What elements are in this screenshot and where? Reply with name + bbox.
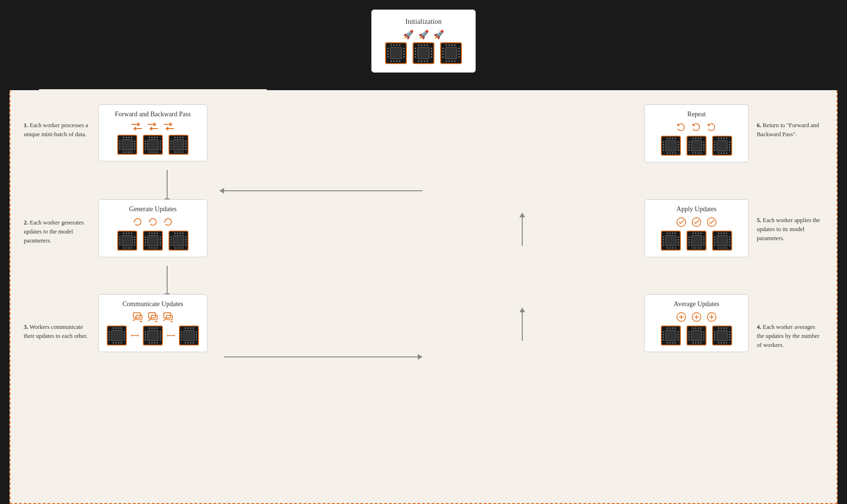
svg-point-125	[119, 236, 121, 238]
svg-point-372	[678, 141, 679, 143]
svg-point-339	[697, 233, 699, 234]
svg-point-282	[697, 327, 699, 329]
svg-point-295	[729, 334, 730, 336]
svg-point-293	[714, 339, 715, 341]
svg-point-113	[177, 137, 179, 138]
svg-rect-367	[666, 140, 676, 151]
annotation-2: 2. Each worker generates updates to the …	[24, 218, 90, 245]
connect-arrow-1	[131, 333, 139, 338]
svg-marker-61	[519, 308, 525, 312]
svg-point-131	[134, 242, 135, 243]
svg-point-127	[119, 242, 121, 243]
svg-point-136	[131, 233, 132, 234]
svg-point-297	[729, 339, 730, 341]
svg-point-130	[134, 239, 135, 241]
initialization-box: Initialization 🚀 🚀 🚀	[371, 9, 476, 73]
chip-rep-3	[712, 135, 733, 156]
svg-point-371	[663, 149, 664, 151]
svg-point-25	[431, 51, 433, 52]
generate-icons	[106, 217, 199, 227]
svg-point-88	[145, 146, 146, 147]
svg-point-395	[695, 138, 696, 139]
svg-point-332	[688, 244, 690, 246]
svg-point-338	[695, 233, 696, 234]
exchange-icon-3	[163, 122, 175, 131]
svg-point-227	[181, 331, 182, 333]
svg-point-287	[700, 342, 702, 344]
repeat-title: Repeat	[652, 111, 741, 118]
svg-point-187	[109, 336, 110, 338]
svg-point-4	[387, 54, 389, 55]
svg-point-114	[179, 137, 181, 138]
svg-point-377	[669, 138, 671, 139]
svg-point-352	[729, 239, 730, 241]
svg-point-41	[442, 56, 444, 58]
svg-point-258	[678, 331, 679, 333]
svg-point-382	[672, 152, 673, 154]
svg-point-411	[729, 149, 730, 151]
svg-point-391	[703, 144, 705, 146]
svg-point-77	[126, 137, 127, 138]
chip-svg-2	[412, 42, 435, 65]
svg-point-235	[185, 327, 186, 329]
svg-point-414	[723, 138, 725, 139]
svg-rect-403	[717, 140, 727, 151]
svg-point-257	[663, 339, 664, 341]
svg-point-381	[669, 152, 671, 154]
chip-avg-2	[686, 325, 707, 346]
svg-point-214	[149, 327, 150, 329]
svg-point-211	[160, 334, 161, 336]
svg-point-13	[399, 45, 401, 46]
svg-point-28	[418, 45, 420, 46]
svg-point-133	[123, 233, 124, 234]
svg-point-268	[672, 342, 673, 344]
plus-circle-icon-1	[676, 312, 687, 322]
svg-point-39	[442, 51, 444, 52]
svg-point-375	[678, 149, 679, 151]
svg-point-21	[415, 51, 416, 52]
svg-point-46	[446, 45, 447, 46]
svg-point-341	[692, 247, 694, 249]
svg-marker-59	[418, 354, 423, 360]
svg-point-319	[667, 233, 668, 234]
svg-point-417	[721, 152, 722, 154]
svg-point-86	[145, 140, 146, 142]
svg-point-112	[174, 137, 176, 138]
svg-point-70	[119, 146, 121, 147]
svg-point-200	[121, 342, 122, 344]
svg-point-191	[123, 336, 125, 338]
svg-rect-103	[173, 140, 184, 150]
svg-point-138	[126, 247, 127, 249]
svg-point-12	[396, 45, 398, 46]
chip-comm-2	[142, 325, 163, 346]
svg-point-302	[718, 342, 719, 344]
svg-point-231	[196, 331, 197, 333]
chat-icon-3	[163, 312, 173, 322]
svg-point-267	[669, 342, 671, 344]
svg-point-147	[160, 236, 161, 238]
svg-point-91	[160, 143, 161, 145]
svg-point-158	[157, 247, 158, 249]
svg-rect-180	[151, 315, 157, 319]
svg-point-274	[688, 336, 690, 338]
undo-icon-1	[676, 122, 687, 132]
svg-point-154	[157, 233, 158, 234]
svg-point-343	[697, 247, 699, 249]
svg-point-234	[196, 339, 197, 341]
svg-point-119	[182, 151, 184, 153]
svg-marker-121	[150, 224, 151, 225]
svg-point-374	[678, 147, 679, 148]
svg-marker-63	[519, 213, 525, 217]
refresh-icon-3	[163, 217, 173, 227]
generate-updates-box: Generate Updates	[98, 199, 207, 257]
svg-point-301	[726, 327, 727, 329]
svg-point-23	[415, 56, 416, 58]
svg-rect-160	[173, 235, 184, 246]
svg-point-240	[188, 342, 189, 344]
svg-point-323	[667, 247, 668, 249]
svg-point-355	[718, 233, 719, 234]
svg-point-174	[177, 247, 179, 249]
generate-updates-title: Generate Updates	[106, 205, 199, 213]
chip-apply-3	[712, 230, 733, 251]
svg-rect-271	[691, 330, 702, 341]
